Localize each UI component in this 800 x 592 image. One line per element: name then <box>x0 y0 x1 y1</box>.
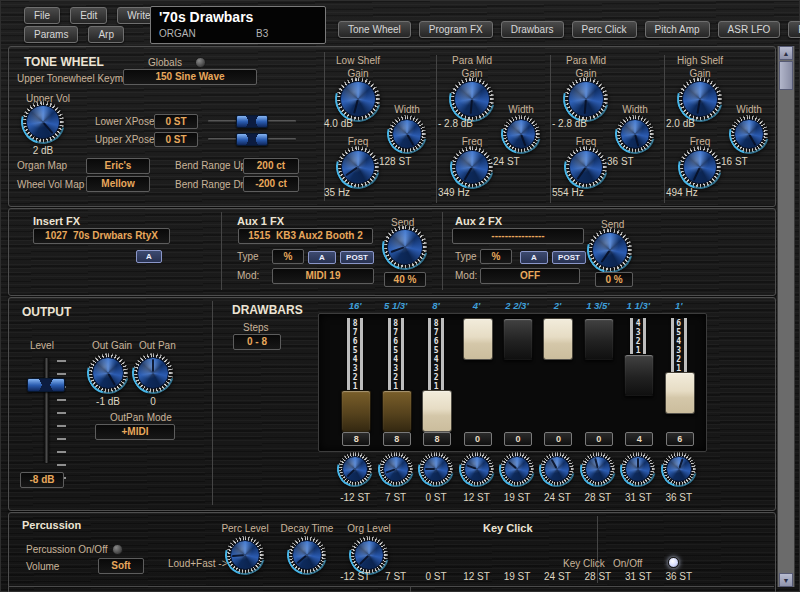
drawbar-tune-knob[interactable] <box>460 452 494 486</box>
aux1-chain-a-button[interactable]: A <box>308 251 336 264</box>
aux2-post-button[interactable]: POST <box>552 251 586 264</box>
freq-knob[interactable] <box>565 146 607 188</box>
drawbar-tune-knob[interactable] <box>581 452 615 486</box>
width-knob[interactable] <box>616 115 654 153</box>
program-engine: B3 <box>256 28 268 39</box>
drawbar[interactable]: 0 <box>578 316 618 447</box>
freq-knob[interactable] <box>337 146 379 188</box>
insert-fx-value[interactable]: 1027 70s Drwbars RtyX <box>33 228 170 244</box>
percussion-onoff-led[interactable] <box>112 544 123 555</box>
aux1-post-button[interactable]: POST <box>340 251 374 264</box>
level-slider-handle[interactable] <box>27 378 65 392</box>
freq-knob[interactable] <box>451 146 493 188</box>
drawbar-handle[interactable] <box>543 318 573 360</box>
width-knob[interactable] <box>388 115 426 153</box>
percussion-knob[interactable] <box>350 536 388 574</box>
tab-button[interactable]: Program FX <box>419 21 493 38</box>
tab-button[interactable]: Tone Wheel <box>338 21 411 38</box>
drawbar-tune-knob[interactable] <box>500 452 534 486</box>
scrollbar-thumb[interactable] <box>779 61 793 90</box>
tab-button[interactable]: Drawbars <box>501 21 564 38</box>
aux1-type-value[interactable]: % <box>272 249 304 264</box>
percussion-knob[interactable] <box>226 536 264 574</box>
width-knob[interactable] <box>502 115 540 153</box>
drawbar[interactable]: 8 7 6 5 4 3 2 1 8 <box>375 316 415 447</box>
width-knob[interactable] <box>730 115 768 153</box>
drawbar[interactable]: 6 5 4 3 2 1 6 <box>659 316 699 447</box>
program-display[interactable]: '70s Drawbars ORGAN B3 <box>150 6 326 44</box>
menu-button[interactable]: Edit <box>70 7 107 24</box>
menu-button[interactable]: Params <box>24 26 78 43</box>
tab-button[interactable]: ASR LFO <box>718 21 781 38</box>
aux2-fx-value[interactable]: ---------------- <box>452 228 584 244</box>
organ-map-value[interactable]: Eric's <box>86 158 150 174</box>
drawbar-tune-value: 12 ST <box>456 492 496 503</box>
aux1-send-knob[interactable] <box>383 225 427 269</box>
drawbar[interactable]: 8 7 6 5 4 3 2 1 8 <box>416 316 456 447</box>
percussion-knob[interactable] <box>288 536 326 574</box>
aux1-mod-value[interactable]: MIDI 19 <box>272 268 374 284</box>
drawbar-tune-knob[interactable] <box>379 452 413 486</box>
percussion-knob-cell: Org Level <box>338 523 400 578</box>
bend-range-dn-value[interactable]: -200 ct <box>243 176 299 192</box>
drawbar[interactable]: 0 <box>456 316 496 447</box>
gain-knob[interactable] <box>450 77 494 121</box>
freq-knob[interactable] <box>679 146 721 188</box>
drawbar-tune-knob[interactable] <box>621 452 655 486</box>
lower-xpose-label: Lower XPose <box>95 116 154 127</box>
upper-xpose-value[interactable]: 0 ST <box>154 132 198 147</box>
aux2-mod-value[interactable]: OFF <box>480 268 580 284</box>
wheel-vol-map-value[interactable]: Mellow <box>86 176 150 192</box>
drawbar-handle[interactable] <box>584 318 614 360</box>
out-pan-knob[interactable] <box>133 353 173 393</box>
menu-button[interactable]: File <box>24 7 60 24</box>
aux1-fx-value[interactable]: 1515 KB3 Aux2 Booth 2 <box>238 228 373 244</box>
drawbar-tune-knob[interactable] <box>419 452 453 486</box>
out-gain-knob[interactable] <box>88 353 128 393</box>
drawbar-tune-knob[interactable] <box>662 452 696 486</box>
bend-range-up-value[interactable]: 200 ct <box>243 158 299 174</box>
tab-button[interactable]: Functions <box>788 21 800 38</box>
key-click-onoff-led[interactable] <box>668 557 679 568</box>
drawbar-handle[interactable] <box>341 390 371 432</box>
drawbar[interactable]: 4 3 2 1 4 <box>618 316 658 447</box>
upper-vol-knob[interactable] <box>22 101 64 143</box>
gain-knob[interactable] <box>336 77 380 121</box>
level-value[interactable]: -8 dB <box>20 472 64 488</box>
percussion-knob-label: Perc Level <box>214 523 276 534</box>
steps-value[interactable]: 0 - 8 <box>233 334 281 350</box>
aux2-send-knob[interactable] <box>588 228 632 272</box>
drawbar-handle[interactable] <box>382 390 412 432</box>
insert-fx-chain-a-button[interactable]: A <box>136 250 162 263</box>
aux2-send-value[interactable]: 0 % <box>595 272 633 287</box>
tab-button[interactable]: Pitch Amp <box>645 21 710 38</box>
drawbar-handle[interactable] <box>624 354 654 396</box>
scroll-down-button[interactable]: ▼ <box>779 573 793 587</box>
tab-button[interactable]: Perc Click <box>572 21 637 38</box>
gain-knob[interactable] <box>678 77 722 121</box>
menu-button[interactable]: Arp <box>88 26 124 43</box>
drawbar[interactable]: 0 <box>497 316 537 447</box>
outpan-mode-value[interactable]: +MIDI <box>95 424 175 440</box>
lower-xpose-value[interactable]: 0 ST <box>154 114 198 129</box>
drawbar-handle[interactable] <box>503 318 533 360</box>
lower-xpose-slider-handle[interactable] <box>236 115 268 128</box>
aux2-chain-a-button[interactable]: A <box>520 251 548 264</box>
drawbar-handle[interactable] <box>665 372 695 414</box>
scroll-up-button[interactable]: ▲ <box>779 46 793 60</box>
drawbar-handle[interactable] <box>422 390 452 432</box>
upper-xpose-slider-handle[interactable] <box>236 133 268 146</box>
aux1-send-value[interactable]: 40 % <box>384 272 426 287</box>
drawbar[interactable]: 8 7 6 5 4 3 2 1 8 <box>335 316 375 447</box>
scrollbar[interactable]: ▲ ▼ <box>777 46 795 587</box>
percussion-volume-value[interactable]: Soft <box>98 558 144 574</box>
drawbar[interactable]: 0 <box>537 316 577 447</box>
drawbar-tune-knob[interactable] <box>540 452 574 486</box>
gain-knob[interactable] <box>564 77 608 121</box>
drawbar-handle[interactable] <box>463 318 493 360</box>
aux2-type-value[interactable]: % <box>480 249 512 264</box>
drawbar-tune-knob[interactable] <box>338 452 372 486</box>
level-slider-track[interactable] <box>44 358 49 463</box>
keymap-value[interactable]: 150 Sine Wave <box>123 69 257 85</box>
globals-led[interactable] <box>195 57 206 68</box>
